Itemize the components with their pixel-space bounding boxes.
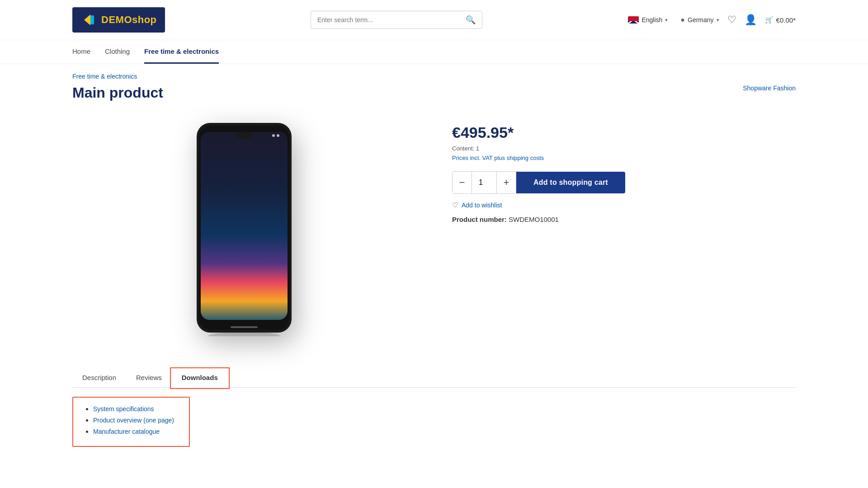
search-input[interactable] (317, 16, 466, 23)
country-label: Germany (688, 16, 714, 23)
downloads-list: System specifications Product overview (… (84, 405, 178, 435)
wishlist-row: ♡ Add to wishlist (452, 201, 796, 209)
cart-icon: 🛒 (765, 16, 774, 24)
svg-point-8 (277, 134, 279, 137)
nav-home[interactable]: Home (72, 40, 90, 64)
quantity-input[interactable] (472, 172, 497, 193)
language-chevron: ▾ (665, 17, 668, 23)
location-pin-icon: ● (680, 16, 685, 24)
svg-rect-5 (201, 132, 288, 320)
tabs: Description Reviews Downloads (72, 369, 796, 388)
cart-button[interactable]: 🛒 €0.00* (765, 16, 796, 24)
download-link-product-overview[interactable]: Product overview (one page) (93, 417, 174, 424)
quantity-decrease-button[interactable]: − (453, 172, 472, 193)
language-label: English (642, 16, 662, 23)
quantity-increase-button[interactable]: + (497, 172, 516, 193)
downloads-panel: System specifications Product overview (… (72, 397, 190, 447)
add-to-cart-button[interactable]: Add to shopping cart (516, 172, 625, 193)
breadcrumb-link[interactable]: Free time & electronics (72, 73, 137, 80)
page-title: Main product (72, 84, 163, 101)
header-actions: English ▾ ● Germany ▾ ♡ 👤 🛒 €0.00* (628, 14, 796, 26)
main-nav: Home Clothing Free time & electronics (0, 40, 868, 64)
svg-marker-0 (84, 14, 90, 25)
flag-icon (628, 16, 639, 23)
product-price: €495.95* (452, 124, 796, 141)
country-chevron: ▾ (717, 17, 719, 23)
product-number: Product number: SWDEMO10001 (452, 216, 796, 223)
country-selector[interactable]: ● Germany ▾ (680, 16, 719, 24)
tab-downloads[interactable]: Downloads (172, 369, 228, 387)
search-button[interactable]: 🔍 (466, 15, 476, 25)
page-title-area: Main product Shopware Fashion (0, 82, 868, 110)
page-header: DEMOshop 🔍 English ▾ ● Germany ▾ ♡ 👤 🛒 €… (0, 0, 868, 40)
product-number-value: SWDEMO10001 (509, 216, 559, 223)
vat-shipping-link[interactable]: Prices incl. VAT plus shipping costs (452, 155, 544, 161)
nav-clothing[interactable]: Clothing (105, 40, 130, 64)
tab-reviews[interactable]: Reviews (126, 369, 172, 387)
svg-point-6 (236, 132, 252, 139)
list-item: Product overview (one page) (93, 416, 178, 424)
quantity-control: − + (452, 171, 516, 194)
svg-rect-9 (231, 326, 258, 328)
breadcrumb: Free time & electronics (0, 64, 868, 82)
download-link-system-specs[interactable]: System specifications (93, 405, 154, 413)
wishlist-header-button[interactable]: ♡ (727, 14, 736, 26)
svg-rect-1 (90, 15, 94, 24)
download-link-manufacturer-catalogue[interactable]: Manufacturer catalogue (93, 428, 160, 435)
product-image-area (72, 119, 416, 338)
heart-icon: ♡ (452, 201, 458, 209)
account-button[interactable]: 👤 (745, 14, 757, 26)
logo-icon (80, 12, 97, 28)
list-item: Manufacturer catalogue (93, 427, 178, 435)
product-section: €495.95* Content: 1 Prices incl. VAT plu… (0, 110, 868, 356)
search-bar: 🔍 (311, 11, 482, 29)
product-number-label: Product number: (452, 216, 507, 223)
product-info: €495.95* Content: 1 Prices incl. VAT plu… (452, 119, 796, 338)
product-image (190, 119, 298, 338)
logo[interactable]: DEMOshop (72, 7, 165, 33)
svg-point-7 (272, 134, 275, 137)
cart-price: €0.00* (776, 16, 796, 24)
tab-description[interactable]: Description (72, 369, 126, 387)
language-selector[interactable]: English ▾ (628, 16, 668, 23)
logo-text: DEMOshop (101, 14, 157, 26)
add-to-cart-row: − + Add to shopping cart (452, 171, 796, 194)
nav-free-time[interactable]: Free time & electronics (144, 40, 219, 64)
content-note: Content: 1 (452, 145, 796, 152)
add-to-wishlist-link[interactable]: Add to wishlist (462, 202, 502, 209)
manufacturer-link[interactable]: Shopware Fashion (743, 84, 796, 92)
list-item: System specifications (93, 405, 178, 413)
tabs-section: Description Reviews Downloads System spe… (0, 356, 868, 456)
